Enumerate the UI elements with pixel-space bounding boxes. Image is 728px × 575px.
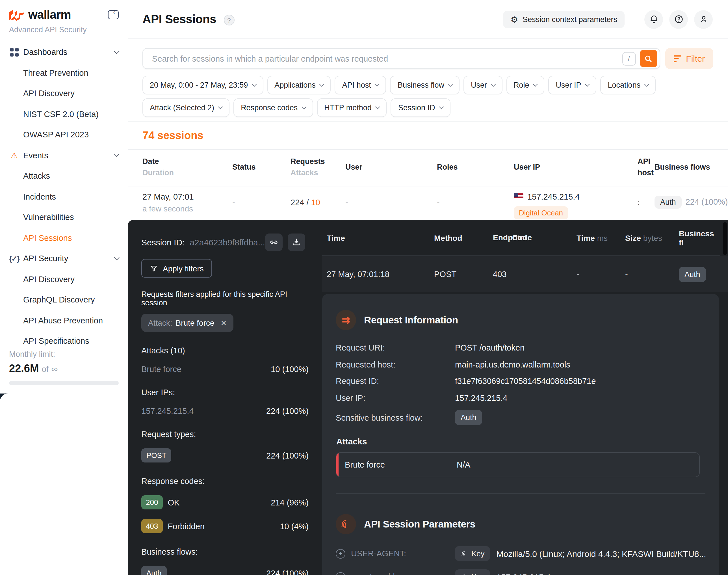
sidebar-item-label: API Discovery [23, 89, 75, 98]
filter-chip-applications[interactable]: Applications [267, 76, 331, 94]
attack-type-link[interactable]: Brute force [141, 365, 181, 374]
panel-scrollbar-thumb[interactable] [723, 222, 727, 255]
filter-chip-api-host[interactable]: API host [335, 76, 386, 94]
chip-label: Business flow [397, 81, 444, 89]
cell-code: 403 [493, 270, 577, 279]
filter-chip-locations[interactable]: Locations [600, 76, 656, 94]
sidebar-item-label: GraphQL Discovery [23, 296, 95, 304]
sidebar-item-label: Threat Prevention [23, 68, 89, 77]
chevron-down-icon [644, 82, 649, 87]
col-user: User [345, 162, 437, 173]
filter-chip-http-method[interactable]: HTTP method [317, 98, 387, 117]
sensitive-flow-label: Sensitive business flow: [336, 413, 455, 422]
monthly-limit-of: of [42, 365, 48, 374]
request-uri-value: POST /oauth/token [455, 343, 524, 352]
search-button[interactable] [639, 50, 657, 67]
help-icon[interactable] [669, 10, 688, 29]
chevron-down-icon [375, 82, 380, 87]
sidebar-item-api-abuse-prevention[interactable]: API Abuse Prevention [9, 310, 119, 331]
cell-size: - [625, 270, 679, 279]
request-info-title: Request Information [364, 314, 458, 326]
cell-api-host: : [637, 192, 655, 207]
sidebar-item-incidents[interactable]: Incidents [9, 186, 119, 207]
brand-name: wallarm [28, 8, 71, 22]
user-ip-link[interactable]: 157.245.215.4 [141, 407, 194, 415]
filter-chip-role[interactable]: Role [506, 76, 545, 94]
expand-plus-icon[interactable]: + [336, 572, 345, 575]
sidebar-item-dashboards[interactable]: Dashboards [9, 42, 119, 63]
request-id-value: f31e7f63069c170581454d086b58b71e [455, 377, 596, 385]
filter-chip-response-codes[interactable]: Response codes [234, 98, 313, 117]
chip-label: API host [342, 81, 371, 89]
filter-button[interactable]: Filter [665, 48, 713, 69]
copy-link-button[interactable] [265, 234, 283, 251]
auth-badge: Auth [679, 267, 706, 282]
sidebar-item-api-sessions[interactable]: API Sessions [9, 228, 119, 248]
sidebar-item-label: Incidents [23, 192, 56, 201]
request-uri-label: Request URI: [336, 343, 455, 352]
notifications-bell-icon[interactable] [644, 10, 663, 29]
user-profile-icon[interactable] [694, 10, 713, 29]
filter-chip-user-ip[interactable]: User IP [549, 76, 597, 94]
sidebar-item-api-discovery[interactable]: API Discovery [9, 83, 119, 104]
apply-filters-button[interactable]: Apply filters [141, 259, 212, 278]
sidebar-nav: Dashboards Threat Prevention API Discove… [9, 42, 119, 351]
download-button[interactable] [288, 234, 305, 251]
attack-count: 10 (100%) [271, 365, 309, 374]
infinity-icon: ∞ [51, 364, 58, 374]
sidebar-item-graphql-discovery[interactable]: GraphQL Discovery [9, 290, 119, 310]
sidebar-item-owasp-api[interactable]: OWASP API 2023 [9, 124, 119, 145]
sidebar-item-events[interactable]: ⚠ Events [9, 145, 119, 166]
cell-date: 27 May, 07:01a few seconds [142, 192, 232, 213]
filter-chip-business-flow[interactable]: Business flow [390, 76, 459, 94]
session-id-label: Session ID: [141, 237, 184, 247]
col-code: Code [512, 233, 532, 242]
user-ip-label: User IP: [336, 393, 455, 402]
session-id-value: a2a4623b9f8ffdba... [189, 237, 265, 247]
chevron-down-icon [533, 82, 538, 87]
session-context-parameters-button[interactable]: ⚙ Session context parameters [503, 10, 625, 28]
filter-chip-user[interactable]: User [463, 76, 502, 94]
chevron-down-icon [114, 48, 119, 54]
corner-notch [0, 394, 9, 404]
sidebar-collapse-icon[interactable] [108, 10, 119, 19]
chip-label: Response codes [241, 103, 298, 112]
session-details-panel: Session ID: a2a4623b9f8ffdba... Apply fi… [128, 220, 728, 575]
request-row[interactable]: 27 May, 07:01:18 POST 403 - - Auth [322, 256, 728, 292]
monthly-limit-block: Monthly limit: 22.6M of ∞ [9, 349, 119, 385]
search-input[interactable] [152, 54, 622, 63]
page-title: API Sessions [142, 12, 216, 26]
session-table-row[interactable]: 27 May, 07:01a few seconds - 224 / 10 - … [128, 187, 728, 219]
chip-label: HTTP method [324, 103, 372, 112]
request-id-label: Request ID: [336, 377, 455, 385]
status-200-badge: 200 [141, 495, 163, 509]
key-chip[interactable]: Key [455, 546, 490, 561]
sidebar-item-api-security[interactable]: {✓} API Security [9, 248, 119, 269]
sidebar-item-nist-csf[interactable]: NIST CSF 2.0 (Beta) [9, 104, 119, 124]
sidebar-item-threat-prevention[interactable]: Threat Prevention [9, 63, 119, 83]
filter-chip-attack[interactable]: Attack (Selected 2) [142, 98, 230, 117]
close-icon[interactable]: ✕ [221, 318, 227, 327]
filter-chip-date-range[interactable]: 20 May, 0:00 - 27 May, 23:59 [142, 76, 263, 94]
cell-roles: - [437, 192, 514, 207]
sidebar-item-label: API Specifications [23, 337, 89, 346]
search-row: / Filter [128, 39, 728, 69]
col-business-flows: Business fl [679, 229, 720, 247]
sessions-table: DateDuration Status RequestsAttacks User… [128, 149, 728, 219]
session-params-title: API Session Parameters [364, 518, 475, 530]
filter-chip-session-id[interactable]: Session ID [391, 98, 450, 117]
sidebar-item-api-discovery-2[interactable]: API Discovery [9, 269, 119, 290]
chip-label: Attack (Selected 2) [150, 103, 214, 112]
sidebar-item-vulnerabilities[interactable]: Vulnerabilities [9, 207, 119, 228]
title-help-icon[interactable]: ? [223, 15, 234, 26]
attack-filter-chip[interactable]: Attack: Brute force ✕ [141, 314, 234, 332]
fingerprint-icon [336, 514, 356, 534]
chevron-down-icon [319, 82, 324, 87]
sidebar-item-api-specifications[interactable]: API Specifications [9, 331, 119, 351]
post-method-badge: POST [141, 448, 172, 463]
app-window: wallarm Advanced API Security Dashboards… [0, 0, 728, 575]
session-context-parameters-label: Session context parameters [523, 15, 617, 24]
expand-plus-icon[interactable]: + [336, 549, 345, 558]
sidebar-item-attacks[interactable]: Attacks [9, 166, 119, 186]
key-chip[interactable]: Key [455, 569, 490, 575]
